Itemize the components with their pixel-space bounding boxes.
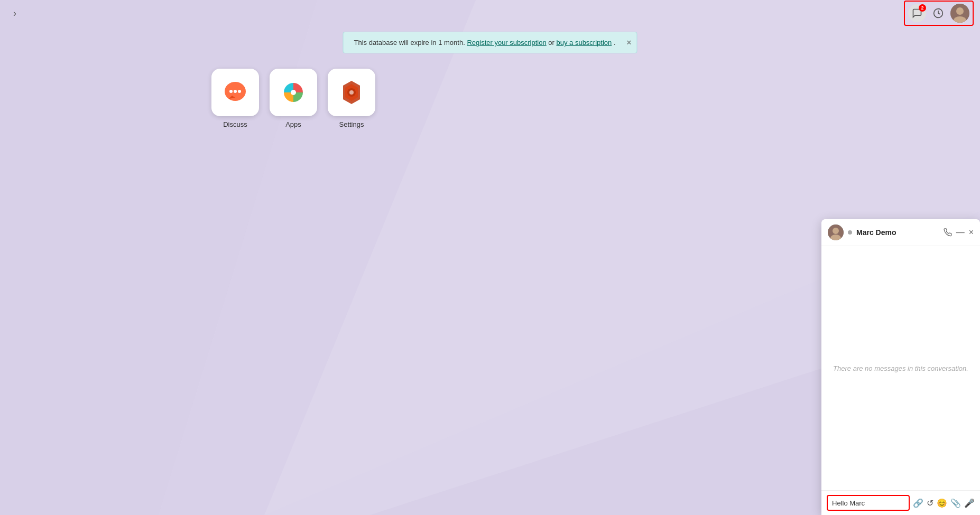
notification-banner: This database will expire in 1 month. Re… (343, 32, 637, 53)
settings-app-label: Settings (339, 120, 364, 128)
chat-header: Marc Demo — × (821, 219, 980, 246)
discuss-app-icon (211, 69, 259, 116)
chat-contact-name: Marc Demo (856, 228, 939, 237)
chat-footer: 🔗 ↺ 😊 📎 🎤 (821, 490, 980, 515)
message-badge: 2 (919, 4, 926, 12)
chat-window: Marc Demo — × There are no messages in t… (821, 219, 980, 515)
chat-contact-avatar (828, 224, 844, 240)
topbar: › 2 (0, 0, 980, 26)
banner-text-after: . (614, 39, 616, 46)
chat-footer-icons: 🔗 ↺ 😊 📎 🎤 (913, 498, 975, 508)
apps-grid: Discuss Apps (211, 69, 375, 128)
chat-call-button[interactable] (944, 228, 952, 237)
sidebar-toggle-button[interactable]: › (6, 5, 23, 22)
banner-text-between: or (548, 39, 556, 46)
apps-app-icon (270, 69, 317, 116)
chat-controls: — × (944, 228, 974, 237)
apps-app-item[interactable]: Apps (270, 69, 317, 128)
chat-message-input[interactable] (832, 499, 904, 507)
banner-close-button[interactable]: × (626, 39, 631, 47)
settings-app-icon (328, 69, 375, 116)
user-avatar-button[interactable] (950, 4, 969, 23)
clock-icon (933, 8, 944, 18)
avatar-icon (950, 4, 969, 23)
no-messages-text: There are no messages in this conversati… (833, 364, 968, 372)
svg-point-10 (229, 90, 233, 93)
svg-point-21 (833, 228, 839, 234)
register-subscription-link[interactable]: Register your subscription (467, 39, 546, 46)
attachment-icon[interactable]: 📎 (950, 498, 961, 508)
chat-body: There are no messages in this conversati… (821, 246, 980, 490)
settings-app-item[interactable]: Settings (328, 69, 375, 128)
chat-close-button[interactable]: × (969, 228, 974, 237)
mic-icon[interactable]: 🎤 (964, 498, 975, 508)
settings-clock-button[interactable] (929, 4, 947, 22)
discuss-app-item[interactable]: Discuss (211, 69, 259, 128)
refresh-icon[interactable]: ↺ (927, 498, 933, 508)
svg-point-19 (349, 90, 354, 95)
svg-point-12 (238, 90, 241, 93)
messages-button[interactable]: 2 (908, 4, 926, 22)
emoji-icon[interactable]: 😊 (937, 498, 947, 508)
topbar-left: › (6, 5, 23, 22)
buy-subscription-link[interactable]: buy a subscription (556, 39, 612, 46)
chat-status-indicator (848, 230, 852, 235)
discuss-app-label: Discuss (223, 120, 247, 128)
send-link-icon[interactable]: 🔗 (913, 498, 923, 508)
chat-minimize-button[interactable]: — (956, 228, 965, 237)
apps-app-label: Apps (285, 120, 301, 128)
svg-point-11 (234, 90, 237, 93)
banner-text-before: This database will expire in 1 month. (354, 39, 465, 46)
svg-point-14 (291, 90, 296, 95)
chat-input-wrapper (827, 495, 910, 511)
topbar-right: 2 (904, 1, 974, 26)
svg-point-5 (956, 7, 964, 15)
